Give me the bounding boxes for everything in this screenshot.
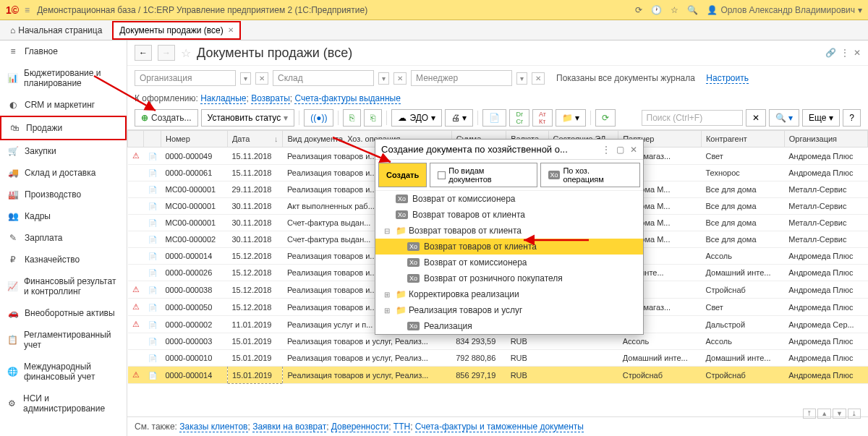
copy-icon[interactable]: ⎘ (343, 109, 361, 127)
sidebar-item[interactable]: 🚗Внеоборотные активы (0, 302, 127, 324)
plus-icon[interactable]: ⊞ (384, 291, 391, 299)
menu-icon[interactable]: ≡ (25, 5, 30, 15)
report-icon[interactable]: 📄 (482, 109, 506, 127)
dropdown-icon[interactable]: ▾ (378, 72, 389, 85)
column-header[interactable]: Организация (784, 131, 867, 148)
search-input[interactable]: Поиск (Ctrl+F) (642, 110, 743, 126)
list-item[interactable]: ХоРеализация (375, 318, 643, 334)
close-icon[interactable]: ✕ (228, 26, 234, 34)
list-item[interactable]: ХоВозврат от комиссионера (375, 191, 643, 207)
broadcast-icon[interactable]: ((●)) (304, 109, 333, 127)
link-icon[interactable]: 🔗 (825, 48, 836, 58)
list-item[interactable]: ХоВозврат товаров от клиента (375, 239, 643, 255)
pending-link-invoices[interactable]: Накладные (200, 93, 246, 104)
scroll-bottom-icon[interactable]: ⤓ (848, 409, 861, 419)
sidebar-item[interactable]: ⚙НСИ и администрирование (0, 388, 127, 419)
sidebar-item[interactable]: 📋Регламентированный учет (0, 324, 127, 356)
sidebar-item[interactable]: 🚚Склад и доставка (0, 162, 127, 184)
dr-cr-icon[interactable]: DrCr (509, 109, 529, 127)
sidebar-item[interactable]: 🛒Закупки (0, 140, 127, 162)
column-header[interactable] (128, 131, 144, 148)
sidebar-item[interactable]: 🛍Продажи (0, 116, 127, 140)
sidebar-item[interactable]: 🌐Международный финансовый учет (0, 356, 127, 388)
history-icon[interactable]: 🕐 (651, 5, 662, 15)
cell: Все для дома (701, 198, 784, 215)
refresh-icon[interactable]: ⟳ (595, 109, 616, 127)
close-icon[interactable]: ✕ (854, 48, 861, 58)
more-icon[interactable]: ⋮ (602, 145, 610, 155)
footer-link[interactable]: Доверенности (331, 422, 388, 432)
table-row[interactable]: 📄0000-00000315.01.2019Реализация товаров… (128, 333, 868, 350)
list-item[interactable]: ХоВозврат от розничного покупателя (375, 270, 643, 286)
minus-icon[interactable]: ⊟ (384, 227, 391, 235)
pending-link-factures[interactable]: Счета-фактуры выданные (294, 93, 400, 104)
table-row[interactable]: ⚠📄0000-00001415.01.2019Реализация товаро… (128, 367, 868, 384)
dialog-create-button[interactable]: Создать (378, 163, 427, 187)
search-button[interactable]: 🔍 ▾ (769, 109, 799, 127)
cell: 📄 (144, 181, 161, 198)
edo-button[interactable]: ☁ ЭДО ▾ (391, 109, 442, 127)
link-icon[interactable]: ⎗ (364, 109, 382, 127)
user-menu[interactable]: 👤 Орлов Александр Владимирович ▾ (707, 5, 862, 15)
cell: 29.11.2018 (227, 181, 283, 198)
by-operations-toggle[interactable]: ХоПо хоз. операциям (540, 163, 641, 187)
scroll-down-icon[interactable]: ▼ (833, 409, 846, 419)
clear-icon[interactable]: ✕ (393, 72, 407, 85)
sidebar-item[interactable]: 🏭Производство (0, 184, 127, 205)
help-button[interactable]: ? (843, 109, 861, 127)
dropdown-icon[interactable]: ▾ (240, 72, 251, 85)
configure-link[interactable]: Настроить (706, 73, 749, 84)
reload-icon[interactable]: ⟳ (635, 5, 642, 15)
at-kt-icon[interactable]: АтКт (532, 109, 553, 127)
tab-sales-documents[interactable]: Документы продажи (все) ✕ (112, 21, 240, 40)
list-item[interactable]: ХоВозврат товаров от клиента (375, 207, 643, 223)
create-button[interactable]: ⊕Создать... (135, 109, 198, 127)
scroll-up-icon[interactable]: ▲ (817, 409, 831, 419)
more-icon[interactable]: ⋮ (841, 48, 849, 58)
folder-icon[interactable]: 📁 ▾ (556, 109, 586, 127)
table-row[interactable]: 📄0000-00001015.01.2019Реализация товаров… (128, 350, 868, 367)
close-icon[interactable]: ✕ (630, 145, 637, 155)
list-group[interactable]: ⊟📁Возврат товаров от клиента (375, 223, 643, 239)
star-icon[interactable]: ☆ (671, 5, 678, 15)
item-label: Возврат товаров от клиента (424, 241, 537, 252)
window-icon[interactable]: ▢ (616, 145, 624, 155)
footer-link[interactable]: ТТН (393, 422, 410, 432)
dropdown-icon[interactable]: ▾ (516, 72, 527, 85)
more-button[interactable]: Еще ▾ (802, 109, 840, 127)
warehouse-filter[interactable]: Склад (273, 70, 374, 86)
org-filter[interactable]: Организация (135, 70, 236, 86)
footer-link[interactable]: Счета-фактуры и таможенные документы (415, 422, 584, 432)
sidebar-item[interactable]: 📊Бюджетирование и планирование (0, 62, 127, 94)
scroll-top-icon[interactable]: ⤒ (803, 409, 816, 419)
footer-link[interactable]: Заказы клиентов (179, 422, 247, 432)
search-icon[interactable]: 🔍 (687, 5, 698, 15)
column-header[interactable] (144, 131, 161, 148)
plus-icon[interactable]: ⊞ (384, 307, 391, 315)
sidebar-item[interactable]: ◐CRM и маркетинг (0, 94, 127, 116)
set-status-button[interactable]: Установить статус ▾ (201, 109, 295, 127)
print-icon[interactable]: 🖨 ▾ (445, 109, 473, 127)
column-header[interactable]: Дата ↓ (227, 131, 283, 148)
pending-link-returns[interactable]: Возвраты (251, 93, 290, 104)
column-header[interactable]: Номер (161, 131, 228, 148)
clear-icon[interactable]: ✕ (255, 72, 268, 85)
sidebar-item[interactable]: 👥Кадры (0, 205, 127, 227)
sidebar-item[interactable]: ≡Главное (0, 40, 127, 62)
footer-link[interactable]: Заявки на возврат (252, 422, 326, 432)
column-header[interactable]: Контрагент (701, 131, 784, 148)
clear-search-icon[interactable]: ✕ (746, 109, 766, 127)
back-button[interactable]: ← (135, 45, 152, 61)
tab-home[interactable]: ⌂ Начальная страница (6, 25, 106, 35)
list-item[interactable]: ХоВозврат от комиссионера (375, 255, 643, 270)
star-icon[interactable]: ☆ (181, 46, 191, 60)
list-group[interactable]: ⊞📁Корректировка реализации (375, 286, 643, 302)
forward-button[interactable]: → (158, 45, 175, 61)
clear-icon[interactable]: ✕ (532, 72, 545, 85)
manager-filter[interactable]: Менеджер (411, 70, 512, 86)
sidebar-item[interactable]: ✎Зарплата (0, 227, 127, 249)
sidebar-item[interactable]: 📈Финансовый результат и контроллинг (0, 270, 127, 302)
sidebar-item[interactable]: ₽Казначейство (0, 249, 127, 270)
list-group[interactable]: ⊞📁Реализация товаров и услуг (375, 302, 643, 318)
by-documents-toggle[interactable]: По видам документов (430, 163, 537, 187)
